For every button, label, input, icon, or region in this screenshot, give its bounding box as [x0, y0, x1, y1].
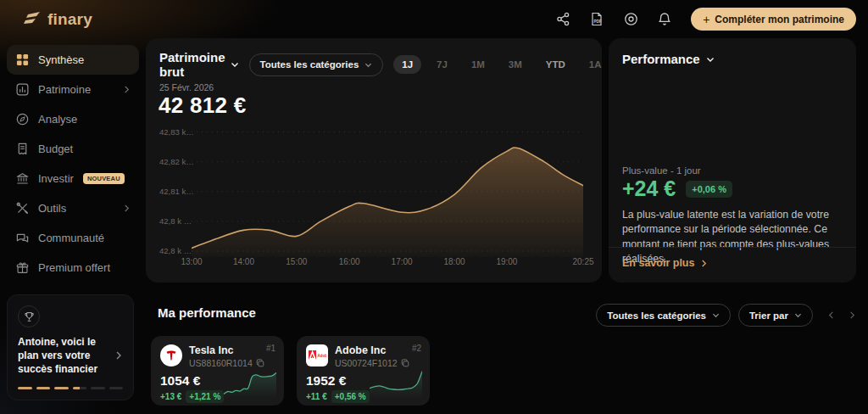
x-axis-label: 16:00 — [328, 257, 370, 266]
asset-name: Tesla Inc — [189, 344, 264, 356]
chart-date: 25 Févr. 2026 — [159, 82, 214, 92]
chat-icon — [15, 232, 29, 244]
sidebar-item-label: Analyse — [38, 113, 77, 126]
pdf-export-icon[interactable]: PDF — [584, 7, 609, 32]
sidebar-item-analyse[interactable]: Analyse — [7, 104, 139, 134]
bar-chart-icon — [15, 83, 29, 96]
sidebar-item-patrimoine[interactable]: Patrimoine — [7, 75, 139, 104]
asset-isin: US00724F1012 — [335, 358, 398, 368]
plan-card-text: Antoine, voici le plan vers votre succès… — [18, 335, 109, 377]
share-icon[interactable] — [550, 7, 576, 32]
sidebar-item-investir[interactable]: Investir NOUVEAU — [7, 164, 139, 193]
prev-page-arrow[interactable] — [827, 311, 835, 319]
section-title: Ma performance — [158, 305, 256, 320]
next-page-arrow[interactable] — [849, 311, 856, 319]
copy-icon[interactable] — [256, 359, 264, 367]
plus-value-label: Plus-value - 1 jour — [622, 165, 701, 176]
asset-percent-badge: +0,56 % — [331, 390, 370, 403]
plus-value-amount: +24 € — [622, 176, 676, 201]
asset-rank: #2 — [412, 344, 421, 353]
asset-change: +13 € — [160, 392, 181, 401]
chevron-down-icon — [794, 311, 802, 319]
sidebar-item-communaute[interactable]: Communauté — [7, 223, 139, 253]
top-bar: finary PDF + Complé — [0, 0, 868, 38]
trophy-icon — [18, 305, 40, 327]
sort-dropdown[interactable]: Trier par — [738, 304, 813, 327]
chevron-down-icon — [231, 60, 239, 69]
compass-icon — [15, 113, 29, 126]
sidebar-item-label: Communauté — [38, 232, 104, 244]
sidebar-item-budget[interactable]: Budget — [7, 134, 139, 164]
plan-progress-bar — [18, 387, 123, 389]
asset-card-adobe[interactable]: Adobe Adobe Inc US00724F1012 #2 1952 € +… — [297, 336, 430, 406]
chevron-right-icon — [114, 351, 123, 360]
performance-title: Performance — [622, 52, 700, 66]
tesla-logo — [160, 344, 182, 366]
divider — [609, 247, 856, 248]
sidebar-item-outils[interactable]: Outils — [7, 193, 139, 223]
x-axis-label: 20:25 — [562, 257, 604, 266]
sidebar: Synthèse Patrimoine Analyse — [0, 38, 146, 414]
logo-text: finary — [47, 10, 92, 29]
plus-value-percent-badge: +0,06 % — [686, 181, 732, 198]
grid-icon — [15, 53, 29, 66]
chevron-down-icon — [706, 55, 715, 64]
range-7j[interactable]: 7J — [428, 55, 456, 74]
plus-icon: + — [703, 13, 709, 26]
copy-icon[interactable] — [401, 359, 409, 367]
x-axis-label: 18:00 — [433, 257, 476, 266]
svg-text:PDF: PDF — [594, 20, 602, 24]
receipt-icon — [15, 143, 29, 155]
tools-icon — [15, 202, 29, 215]
asset-value: 1054 € — [160, 373, 200, 389]
privacy-eye-icon[interactable] — [618, 7, 643, 32]
sidebar-item-label: Budget — [38, 143, 73, 155]
x-axis-label: 17:00 — [381, 257, 423, 266]
performance-card: Performance Plus-value - 1 jour +24 € +0… — [609, 38, 856, 283]
range-1m[interactable]: 1M — [463, 55, 493, 74]
chevron-right-icon — [123, 86, 131, 93]
en-savoir-plus-link[interactable]: En savoir plus — [622, 257, 708, 269]
patrimoine-line-chart[interactable] — [192, 123, 583, 257]
asset-card-tesla[interactable]: Tesla Inc US88160R1014 #1 1054 € +13 € +… — [151, 336, 284, 406]
range-ytd[interactable]: YTD — [537, 55, 574, 74]
success-plan-card[interactable]: Antoine, voici le plan vers votre succès… — [7, 294, 134, 400]
sidebar-item-label: Premium offert — [38, 261, 110, 274]
chart-title-label: Patrimoine brut — [159, 50, 225, 79]
sidebar-item-premium[interactable]: Premium offert — [7, 253, 139, 283]
tesla-sparkline — [224, 369, 276, 398]
asset-name: Adobe Inc — [335, 344, 409, 356]
asset-percent-badge: +1,21 % — [186, 390, 224, 403]
x-axis-label: 14:00 — [222, 257, 264, 266]
gift-icon — [15, 261, 29, 274]
notifications-bell-icon[interactable] — [652, 7, 677, 32]
ma-performance-header: Ma performance — [158, 305, 256, 320]
complete-patrimoine-button[interactable]: + Compléter mon patrimoine — [691, 8, 856, 31]
chevron-down-icon — [364, 61, 372, 69]
categories-filter-label: Toutes les catégories — [260, 59, 359, 70]
asset-value: 1952 € — [306, 373, 346, 389]
x-axis-label: 13:00 — [170, 257, 213, 266]
svg-text:Adobe: Adobe — [318, 354, 327, 358]
performance-dropdown[interactable]: Performance — [622, 52, 843, 66]
x-axis-label: 19:00 — [486, 257, 528, 266]
chevron-down-icon — [712, 311, 720, 319]
patrimoine-brut-dropdown[interactable]: Patrimoine brut — [159, 50, 239, 79]
sidebar-item-synthese[interactable]: Synthèse — [7, 45, 139, 75]
chevron-right-icon — [123, 204, 131, 212]
adobe-sparkline — [370, 369, 422, 398]
range-1j[interactable]: 1J — [393, 55, 421, 74]
finary-logo-icon — [23, 12, 42, 27]
bank-icon — [15, 172, 29, 185]
finary-logo[interactable]: finary — [23, 10, 92, 29]
range-3m[interactable]: 3M — [500, 55, 531, 74]
categories-filter-dropdown[interactable]: Toutes les catégories — [249, 53, 384, 76]
bottom-categories-dropdown[interactable]: Toutes les catégories — [596, 304, 731, 327]
sidebar-item-label: Investir — [38, 172, 74, 185]
nouveau-badge: NOUVEAU — [83, 173, 125, 184]
range-1a[interactable]: 1A — [581, 55, 610, 74]
asset-cards-row: Tesla Inc US88160R1014 #1 1054 € +13 € +… — [151, 336, 430, 406]
sidebar-item-label: Patrimoine — [38, 83, 91, 96]
chevron-right-icon — [700, 260, 708, 267]
cta-label: Compléter mon patrimoine — [715, 14, 844, 25]
